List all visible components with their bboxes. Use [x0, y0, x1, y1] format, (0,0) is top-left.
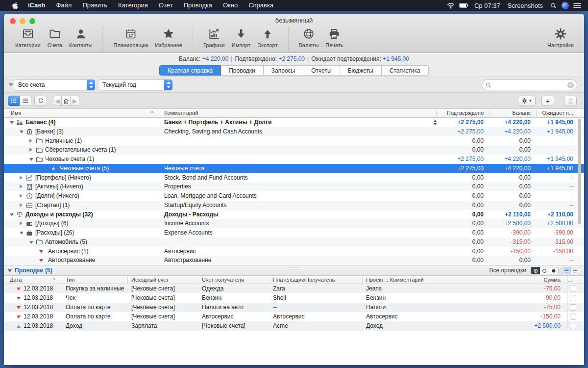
account-row-наличные-1-[interactable]: Наличные (1) 0,00 0,00 -- — [4, 136, 584, 146]
tx-checkbox[interactable] — [570, 286, 576, 292]
toolbar-charts-button[interactable]: Графики — [200, 26, 228, 49]
active-app-name[interactable]: Screenshots — [506, 2, 545, 9]
account-row--активы-ничего-[interactable]: [Активы] (Ничего) Properties 0,00 0,00 -… — [4, 182, 584, 191]
transaction-row[interactable]: 12.03.2018 Оплата по карте [Чековые счет… — [4, 303, 584, 312]
back-button[interactable]: ◀ — [53, 96, 62, 106]
account-row--банки-3-[interactable]: [Банки] (3) Checking, Saving and Cash Ac… — [4, 127, 584, 136]
pending-transactions-button[interactable] — [540, 267, 549, 274]
disclosure-down-icon[interactable] — [29, 158, 33, 161]
home-button[interactable] — [62, 96, 71, 106]
account-row-чековые-счета-1-[interactable]: Чековые счета (1) +2 275,00 +4 220,00 +1… — [4, 155, 584, 164]
menu-clock[interactable]: Ср 07:37 — [472, 2, 502, 9]
account-row-автострахование[interactable]: Автострахование Автострахование 0,00 0,0… — [4, 256, 584, 265]
menu-item-править[interactable]: Править — [77, 1, 113, 9]
col-header-project[interactable]: Проект :: Комментарий — [366, 276, 424, 284]
tab-статистика[interactable]: Статистика — [382, 65, 429, 76]
toolbar-star-button[interactable]: Избранное — [151, 26, 186, 49]
account-row-баланс-4-[interactable]: Баланс (4) Банки + Портфель + Активы + Д… — [4, 118, 584, 127]
forward-button[interactable]: ▶ — [71, 96, 79, 106]
account-row--долги-ничего-[interactable]: [Долги] (Ничего) Loan, Mortgage and Card… — [4, 191, 584, 201]
filter-disclosure-icon[interactable] — [9, 83, 13, 86]
menu-item-файл[interactable]: Файл — [50, 1, 77, 9]
col-header-name[interactable]: Имя — [11, 109, 21, 117]
disclosure-right-icon[interactable] — [20, 176, 23, 180]
battery-icon[interactable] — [459, 1, 469, 10]
account-row-автомобиль-5-[interactable]: Автомобиль (5) 0,00 -315,00 -315,00 — [4, 237, 584, 247]
period-filter-select[interactable]: Текущий год — [98, 79, 172, 90]
tx-checkbox[interactable] — [570, 314, 576, 320]
tree-view-button[interactable] — [8, 96, 20, 106]
account-row-доходы-и-расходы-32-[interactable]: Доходы и расходы (32) Доходы - Расходы 0… — [4, 210, 584, 219]
disclosure-right-icon[interactable] — [20, 184, 23, 188]
col-header-target[interactable]: Счет получателя — [202, 276, 244, 284]
toolbar-accounts-folder-button[interactable]: Счета — [44, 26, 66, 49]
col-header-type[interactable]: Тип — [66, 276, 74, 284]
col-header-balance[interactable]: Баланс — [513, 109, 531, 117]
notification-center-icon[interactable] — [572, 1, 582, 10]
accounts-scrollbar[interactable] — [578, 119, 581, 224]
disclosure-right-icon[interactable] — [20, 203, 23, 207]
clear-search-icon[interactable]: ✕ — [567, 82, 574, 88]
disclosure-down-icon[interactable] — [20, 131, 24, 133]
col-header-confirmed[interactable]: Подтверждено — [447, 109, 484, 117]
col-header-pending[interactable]: Ожидает п... — [542, 109, 573, 117]
transaction-row[interactable]: 12.03.2018 Чек [Чековые счета] Бензин Sh… — [4, 293, 584, 303]
col-header-date[interactable]: Дата — [10, 276, 22, 284]
flat-view-button[interactable] — [20, 96, 31, 106]
toolbar-export-button[interactable]: Экспорт — [254, 26, 281, 49]
confirmed-transactions-button[interactable] — [549, 267, 559, 274]
toolbar-settings-button[interactable]: Настройки — [544, 26, 577, 49]
disclosure-down-icon[interactable] — [10, 121, 14, 124]
refresh-button[interactable] — [34, 96, 47, 106]
disclosure-right-icon[interactable] — [20, 194, 23, 198]
menu-item-категория[interactable]: Категория — [113, 1, 153, 9]
toolbar-import-button[interactable]: Импорт — [228, 26, 254, 49]
disclosure-right-icon[interactable] — [29, 148, 32, 152]
menu-item-icash[interactable]: iCash — [23, 1, 50, 9]
col-header-more[interactable]: ... — [568, 276, 572, 284]
account-row--стартап-1-[interactable]: [Стартап] (1) Startup/Equity Accounts 0,… — [4, 201, 584, 210]
account-row-автосервис-1-[interactable]: Автосервис (1) Автосервис 0,00 -150,00 -… — [4, 247, 584, 256]
splitter-handle[interactable] — [287, 267, 300, 270]
tab-бюджеты[interactable]: Бюджеты — [340, 65, 382, 76]
menu-item-окно[interactable]: Окно — [218, 1, 243, 9]
tx-checkbox[interactable] — [570, 295, 576, 301]
delete-button[interactable] — [564, 96, 577, 106]
account-row--расходы-26-[interactable]: [Расходы] (26) Expense Accounts 0,00 -39… — [4, 228, 584, 237]
detailed-list-button[interactable] — [562, 267, 571, 274]
siri-icon[interactable] — [562, 2, 569, 9]
apple-menu-icon[interactable] — [8, 1, 23, 9]
transaction-row[interactable]: 12.03.2018 Покупка за наличные [Чековые … — [4, 284, 584, 293]
toolbar-print-button[interactable]: Печать — [322, 26, 346, 49]
accounts-filter-select[interactable]: Все счета — [14, 79, 95, 90]
transaction-row[interactable]: 12.03.2018 Оплата по карте [Чековые счет… — [4, 312, 584, 321]
section-disclosure-icon[interactable] — [8, 269, 12, 272]
tab-запросы[interactable]: Запросы — [264, 65, 303, 76]
account-row-чековые-счета-5-[interactable]: ★ Чековые счета (5) Чековые счета +2 275… — [4, 164, 584, 173]
col-header-source[interactable]: Исходный счет — [131, 276, 169, 284]
menu-item-проводка[interactable]: Проводка — [178, 1, 218, 9]
account-row--портфель-ничего-[interactable]: [Портфель] (Ничего) Stock, Bond and Fund… — [4, 173, 584, 183]
disclosure-down-icon[interactable] — [29, 241, 33, 244]
transaction-row[interactable]: 12.03.2018 Доход Зарплата [Чековые счета… — [4, 321, 584, 331]
disclosure-down-icon[interactable] — [10, 213, 14, 216]
tab-краткая-справка[interactable]: Краткая справка — [159, 65, 221, 76]
all-transactions-button[interactable] — [531, 267, 540, 274]
disclosure-right-icon[interactable] — [20, 221, 23, 225]
toolbar-currencies-button[interactable]: Валюты — [295, 26, 322, 49]
menu-item-справка[interactable]: Справка — [243, 1, 279, 9]
add-button[interactable]: + — [541, 96, 554, 106]
col-header-payee[interactable]: Плательщик/Получатель — [273, 276, 335, 284]
tab-проводки[interactable]: Проводки — [221, 65, 264, 76]
disclosure-down-icon[interactable] — [20, 232, 24, 235]
account-row-сберегательные-счета-1-[interactable]: Сберегательные счета (1) 0,00 0,00 -- — [4, 145, 584, 155]
toolbar-categories-button[interactable]: Категории — [12, 26, 44, 49]
search-box[interactable]: ✕ — [482, 79, 577, 90]
disclosure-right-icon[interactable] — [29, 139, 32, 143]
spotlight-icon[interactable] — [548, 1, 558, 10]
menu-item-счет[interactable]: Счет — [153, 1, 178, 9]
simple-list-button[interactable] — [571, 267, 580, 274]
wifi-icon[interactable] — [446, 1, 456, 10]
col-header-comment[interactable]: Комментарий — [164, 109, 198, 117]
action-menu-button[interactable]: ▼ — [518, 96, 536, 106]
